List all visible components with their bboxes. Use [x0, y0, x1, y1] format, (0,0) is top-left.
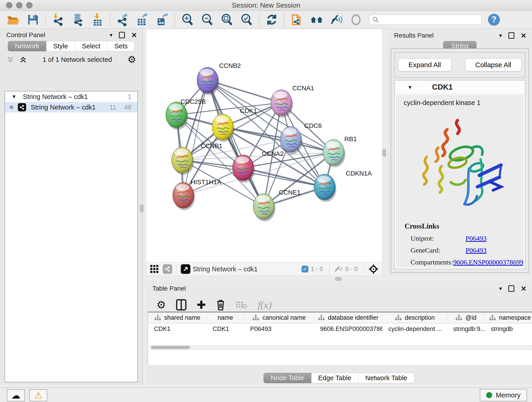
- right-splitter-handle[interactable]: [382, 149, 386, 157]
- table-cell[interactable]: CDK1: [207, 325, 244, 332]
- neighbors-document-icon: [291, 13, 303, 26]
- tab-sets[interactable]: Sets: [108, 41, 135, 51]
- tab-network[interactable]: Network: [8, 41, 46, 51]
- selected-checkbox-icon[interactable]: ✓: [302, 266, 308, 273]
- import-database-button[interactable]: [71, 13, 84, 26]
- table-cell[interactable]: P06493: [244, 325, 314, 332]
- entry-expander-icon[interactable]: ▾: [409, 84, 412, 91]
- column-header--id[interactable]: @id: [447, 313, 485, 323]
- memory-button[interactable]: Memory: [480, 389, 527, 401]
- birdseye-view-icon[interactable]: [181, 264, 190, 274]
- grid-view-icon[interactable]: [150, 264, 159, 274]
- scrollbar-thumb[interactable]: [151, 346, 190, 349]
- export-image-button[interactable]: [156, 13, 169, 26]
- cloud-status-button[interactable]: ☁: [7, 389, 25, 401]
- crosslink-link[interactable]: P06493: [466, 246, 487, 254]
- open-session-button[interactable]: [7, 13, 20, 26]
- network-canvas[interactable]: CCNB2CCNA1CDC25BCDK1CDC6RB1CCNB1CCNA2CDK…: [146, 29, 382, 276]
- export-table-button[interactable]: [136, 13, 149, 26]
- undock-panel-icon[interactable]: [508, 32, 514, 39]
- column-header-label: description: [405, 314, 435, 321]
- save-icon: [27, 14, 39, 26]
- tab-node-table[interactable]: Node Table: [264, 373, 311, 383]
- import-network-button[interactable]: [52, 13, 65, 26]
- table-cell[interactable]: cyclin-dependent ...: [382, 325, 447, 332]
- float-panel-icon[interactable]: ▾: [499, 32, 502, 39]
- tab-select[interactable]: Select: [75, 41, 108, 51]
- crosslink-link[interactable]: P06493: [466, 235, 487, 242]
- apply-style-button[interactable]: [265, 13, 278, 26]
- protein-structure-image: [411, 114, 509, 214]
- collapse-all-networks-icon[interactable]: [6, 56, 14, 64]
- expand-all-button[interactable]: Expand All: [398, 58, 451, 71]
- node-CCNE1[interactable]: CCNE1: [253, 189, 301, 221]
- cloud-icon: ☁: [11, 391, 20, 400]
- node-RB1[interactable]: RB1: [323, 135, 357, 167]
- toolbar-separator: [284, 13, 285, 26]
- show-columns-icon[interactable]: [176, 299, 186, 311]
- network-collection-row[interactable]: ▼ String Network – cdk1 1: [5, 91, 138, 102]
- zoom-out-button[interactable]: [201, 13, 214, 26]
- zoom-in-button[interactable]: [181, 13, 194, 26]
- gene-entry-header[interactable]: ▾ CDK1: [395, 80, 525, 94]
- save-session-button[interactable]: [27, 13, 39, 26]
- horizontal-splitter-handle[interactable]: [335, 277, 342, 281]
- collection-expander-icon[interactable]: ▼: [5, 94, 23, 100]
- horizontal-scrollbar[interactable]: [150, 345, 532, 350]
- export-network-button[interactable]: [116, 13, 129, 26]
- float-panel-icon[interactable]: ▾: [110, 32, 113, 38]
- string-view-icon[interactable]: [163, 264, 172, 274]
- table-cell[interactable]: stringdb:9...: [447, 325, 485, 332]
- left-splitter-handle[interactable]: [140, 204, 144, 212]
- network-row[interactable]: String Network – cdk1 11 48: [5, 102, 138, 113]
- collapse-all-button[interactable]: Collapse All: [465, 58, 522, 71]
- home-button[interactable]: [310, 13, 323, 26]
- undock-panel-icon[interactable]: [508, 285, 514, 292]
- column-header-description[interactable]: description: [382, 313, 447, 323]
- column-header-shared-name[interactable]: shared name: [148, 313, 207, 323]
- import-table-button[interactable]: [91, 13, 104, 26]
- expand-all-networks-icon[interactable]: [19, 56, 27, 64]
- search-input[interactable]: [381, 16, 481, 23]
- show-details-button[interactable]: [350, 13, 362, 26]
- tab-edge-table[interactable]: Edge Table: [311, 373, 359, 383]
- column-header-database-identifier[interactable]: database identifier: [314, 313, 382, 323]
- network-options-gear-icon[interactable]: ⚙: [127, 55, 136, 64]
- network-selection-status: 1 of 1 Network selected: [27, 56, 127, 64]
- node-CDC6[interactable]: CDC6: [280, 122, 322, 154]
- node-CDKN1A[interactable]: CDKN1A: [314, 170, 372, 202]
- tab-network-table[interactable]: Network Table: [358, 373, 414, 383]
- results-panel: Results Panel ▾ ✕ String Expand All Coll…: [388, 29, 532, 276]
- close-panel-icon[interactable]: ✕: [521, 32, 526, 40]
- help-button[interactable]: ?: [488, 14, 500, 26]
- first-neighbors-button[interactable]: [291, 13, 303, 26]
- memory-label: Memory: [496, 391, 520, 399]
- hidden-counts: 0 - 0: [345, 266, 358, 273]
- crosshair-icon[interactable]: [368, 264, 379, 274]
- zoom-selected-button[interactable]: [240, 13, 253, 26]
- undock-panel-icon[interactable]: [119, 32, 125, 38]
- create-column-icon[interactable]: ✚: [196, 298, 206, 311]
- table-cell[interactable]: stringdb: [485, 325, 532, 332]
- network-graph[interactable]: CCNB2CCNA1CDC25BCDK1CDC6RB1CCNB1CCNA2CDK…: [146, 29, 382, 262]
- close-panel-icon[interactable]: ✕: [131, 31, 137, 39]
- float-panel-icon[interactable]: ▾: [499, 285, 502, 292]
- delete-column-icon[interactable]: [216, 299, 225, 311]
- close-panel-icon[interactable]: ✕: [521, 285, 526, 293]
- zoom-fit-button[interactable]: [220, 13, 233, 26]
- column-header-namespace[interactable]: namespace: [485, 313, 532, 323]
- warnings-button[interactable]: ⚠: [29, 389, 47, 401]
- column-header-canonical-name[interactable]: canonical name: [244, 313, 314, 323]
- table-options-gear-icon[interactable]: ⚙: [157, 299, 166, 311]
- table-row[interactable]: CDK1CDK1P064939606.ENSP00000378699cyclin…: [148, 323, 532, 334]
- node-HIST1H1A[interactable]: HIST1H1A: [173, 179, 221, 210]
- open-folder-icon: [7, 14, 20, 26]
- table-cell[interactable]: 9606.ENSP00000378699: [314, 325, 382, 332]
- edge-CCNB2-HIST1H1A[interactable]: [183, 80, 208, 195]
- crosslink-link[interactable]: 9606.ENSP00000378699: [453, 258, 523, 266]
- hide-details-button[interactable]: [330, 13, 343, 26]
- column-header-name[interactable]: name: [207, 313, 244, 323]
- table-cell[interactable]: CDK1: [148, 325, 207, 332]
- app-status-bar: ☁ ⚠ Memory: [0, 387, 532, 402]
- tab-style[interactable]: Style: [46, 41, 75, 51]
